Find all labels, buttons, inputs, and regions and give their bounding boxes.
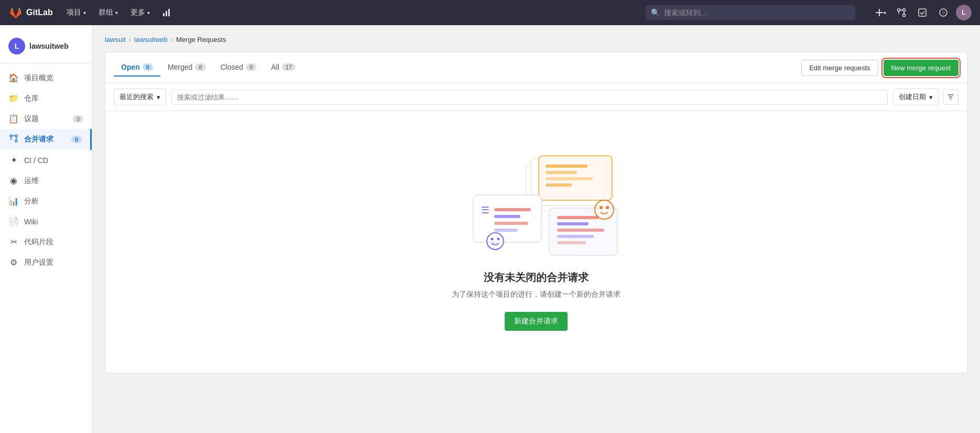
svg-rect-29 (557, 235, 594, 238)
svg-rect-0 (163, 13, 165, 16)
svg-rect-28 (557, 229, 604, 232)
svg-point-35 (491, 238, 494, 241)
sidebar-item-wiki[interactable]: 📄 Wiki (0, 211, 92, 232)
sort-order-button[interactable] (943, 89, 959, 105)
svg-rect-18 (546, 183, 572, 187)
sidebar-item-merge-requests[interactable]: 合并请求 0 (0, 129, 92, 150)
svg-rect-27 (557, 222, 589, 225)
nav-more[interactable]: 更多 ▾ (125, 5, 155, 20)
sidebar: L lawsuitweb 🏠 项目概览 📁 仓库 📋 议题 0 合并请求 0 ✦… (0, 25, 92, 433)
breadcrumb-sep2: › (171, 36, 173, 44)
svg-rect-26 (557, 216, 599, 219)
user-avatar[interactable]: L (956, 5, 972, 20)
svg-point-10 (15, 140, 17, 142)
svg-point-32 (600, 206, 603, 209)
top-nav-icons: ▾ ? L (872, 4, 972, 21)
page-layout: L lawsuitweb 🏠 项目概览 📁 仓库 📋 议题 0 合并请求 0 ✦… (0, 25, 980, 433)
svg-point-11 (15, 135, 17, 137)
nav-analytics[interactable] (157, 5, 176, 20)
ops-icon: ◉ (8, 176, 19, 186)
sort-dropdown[interactable]: 创建日期 ▾ (893, 89, 939, 105)
breadcrumb-lawsuit[interactable]: lawsuit (105, 36, 126, 44)
chevron-down-icon: ▾ (83, 10, 86, 16)
tabs: Open 0 Merged 8 Closed 9 All 17 (114, 59, 303, 77)
sidebar-item-snippets[interactable]: ✂ 代码片段 (0, 232, 92, 252)
search-input[interactable] (664, 8, 850, 17)
svg-point-4 (903, 14, 906, 17)
merge-requests-icon (8, 134, 19, 145)
svg-point-5 (903, 9, 906, 12)
snippets-icon: ✂ (8, 237, 19, 247)
main-content: lawsuit › lawsuitweb › Merge Requests Op… (92, 25, 980, 433)
svg-rect-2 (168, 9, 170, 16)
svg-text:☰: ☰ (481, 205, 489, 215)
nav-projects[interactable]: 项目 ▾ (61, 5, 91, 20)
page-header: Open 0 Merged 8 Closed 9 All 17 Edit mer… (105, 52, 967, 83)
svg-point-33 (606, 206, 609, 209)
tab-all-count: 17 (282, 63, 296, 71)
cicd-icon: ✦ (8, 155, 19, 165)
wiki-icon: 📄 (8, 216, 19, 226)
header-actions: Edit merge requests New merge request (801, 60, 959, 76)
gitlab-logo[interactable]: GitLab (8, 5, 53, 20)
tab-closed[interactable]: Closed 9 (213, 59, 264, 77)
breadcrumb-lawsuitweb[interactable]: lawsuitweb (134, 36, 168, 44)
svg-point-3 (898, 9, 900, 12)
edit-merge-requests-button[interactable]: Edit merge requests (801, 60, 878, 76)
svg-rect-21 (494, 208, 531, 211)
create-merge-request-button[interactable]: 新建合并请求 (505, 312, 568, 331)
nav-groups[interactable]: 群组 ▾ (93, 5, 123, 20)
create-icon[interactable]: ▾ (872, 4, 889, 21)
top-navigation: GitLab 项目 ▾ 群组 ▾ 更多 ▾ 🔍 ▾ (0, 0, 980, 25)
empty-state-title: 没有未关闭的合并请求 (484, 270, 589, 285)
svg-rect-22 (494, 215, 520, 218)
sidebar-item-settings[interactable]: ⚙ 用户设置 (0, 252, 92, 273)
tab-merged-count: 8 (195, 63, 205, 71)
issues-icon: 📋 (8, 114, 19, 124)
chevron-down-icon: ▾ (157, 93, 160, 101)
chevron-down-icon: ▾ (929, 93, 933, 101)
todo-icon[interactable] (914, 4, 931, 21)
search-bar: 🔍 (646, 5, 855, 20)
merge-requests-badge: 0 (71, 136, 82, 143)
top-nav-menu: 项目 ▾ 群组 ▾ 更多 ▾ (61, 5, 176, 20)
sidebar-item-repository[interactable]: 📁 仓库 (0, 88, 92, 109)
chevron-down-icon: ▾ (147, 10, 150, 16)
empty-illustration: ☰ (452, 153, 620, 258)
content-area: ☰ (105, 111, 967, 373)
tab-closed-count: 9 (246, 63, 256, 71)
svg-rect-19 (473, 195, 541, 242)
search-icon: 🔍 (651, 8, 660, 17)
filter-right: 创建日期 ▾ (893, 89, 959, 105)
app-name: GitLab (26, 8, 53, 17)
sidebar-username: lawsuitweb (29, 42, 69, 50)
new-merge-request-button[interactable]: New merge request (884, 60, 959, 76)
settings-icon: ⚙ (8, 257, 19, 267)
sidebar-item-cicd[interactable]: ✦ CI / CD (0, 150, 92, 170)
svg-rect-30 (557, 241, 586, 244)
svg-rect-1 (166, 11, 167, 16)
avatar: L (8, 38, 25, 55)
sidebar-item-ops[interactable]: ◉ 运维 (0, 170, 92, 191)
filter-bar: 最近的搜索 ▾ 创建日期 ▾ (105, 83, 967, 111)
help-icon[interactable]: ? (935, 4, 952, 21)
sidebar-item-analytics[interactable]: 📊 分析 (0, 191, 92, 211)
filter-search-input[interactable] (171, 90, 888, 105)
merge-request-icon[interactable] (893, 4, 910, 21)
tab-merged[interactable]: Merged 8 (160, 59, 213, 77)
tab-open[interactable]: Open 0 (114, 59, 160, 77)
svg-rect-6 (919, 9, 926, 16)
chevron-down-icon: ▾ (115, 10, 118, 16)
svg-rect-17 (546, 177, 593, 180)
breadcrumb-current: Merge Requests (176, 36, 226, 44)
repository-icon: 📁 (8, 93, 19, 103)
tab-all[interactable]: All 17 (264, 59, 303, 77)
svg-rect-24 (494, 229, 518, 232)
svg-rect-23 (494, 222, 528, 225)
recent-searches-dropdown[interactable]: 最近的搜索 ▾ (114, 89, 166, 105)
empty-state-subtitle: 为了保持这个项目的进行，请创建一个新的合并请求 (452, 290, 620, 299)
svg-point-9 (10, 135, 12, 137)
sidebar-item-issues[interactable]: 📋 议题 0 (0, 109, 92, 129)
sidebar-item-overview[interactable]: 🏠 项目概览 (0, 68, 92, 88)
issues-badge: 0 (73, 115, 83, 123)
